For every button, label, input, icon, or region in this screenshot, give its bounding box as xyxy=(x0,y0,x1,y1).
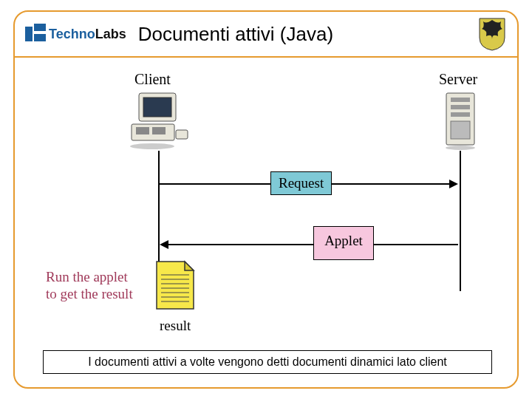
result-document-icon xyxy=(155,260,197,315)
svg-rect-4 xyxy=(152,127,166,134)
svg-point-12 xyxy=(446,146,475,150)
request-box: Request xyxy=(270,171,332,195)
page-title: Documenti attivi (Java) xyxy=(138,23,466,46)
logo-brand: Techno xyxy=(49,27,95,41)
svg-rect-1 xyxy=(143,98,171,117)
run-applet-label: Run the applet to get the result xyxy=(46,269,133,303)
svg-rect-9 xyxy=(451,105,470,109)
slide-card: TechnoLabs Documenti attivi (Java) Clien… xyxy=(13,10,519,389)
svg-rect-8 xyxy=(451,98,470,102)
svg-rect-11 xyxy=(451,121,470,139)
client-label: Client xyxy=(134,71,171,88)
server-lifeline xyxy=(460,151,461,291)
logo-suffix: Labs xyxy=(95,27,126,41)
technolabs-logo: TechnoLabs xyxy=(25,24,126,44)
crest-icon xyxy=(477,17,507,51)
result-label: result xyxy=(160,318,191,334)
svg-point-6 xyxy=(130,143,174,149)
svg-rect-10 xyxy=(451,112,470,117)
applet-box: Applet xyxy=(313,226,374,260)
footer-note: I documenti attivi a volte vengono detti… xyxy=(43,350,492,374)
diagram-area: Client Server xyxy=(15,58,517,331)
client-computer-icon xyxy=(126,92,191,154)
run-line1: Run the applet xyxy=(46,269,128,284)
logo-mark-icon xyxy=(25,24,46,44)
svg-rect-5 xyxy=(176,130,188,139)
server-label: Server xyxy=(439,71,477,88)
slide-header: TechnoLabs Documenti attivi (Java) xyxy=(15,12,517,58)
logo-text: TechnoLabs xyxy=(49,27,126,42)
run-line2: to get the result xyxy=(46,286,133,301)
applet-arrow xyxy=(167,244,458,245)
svg-rect-3 xyxy=(136,127,149,134)
server-tower-icon xyxy=(442,92,479,154)
